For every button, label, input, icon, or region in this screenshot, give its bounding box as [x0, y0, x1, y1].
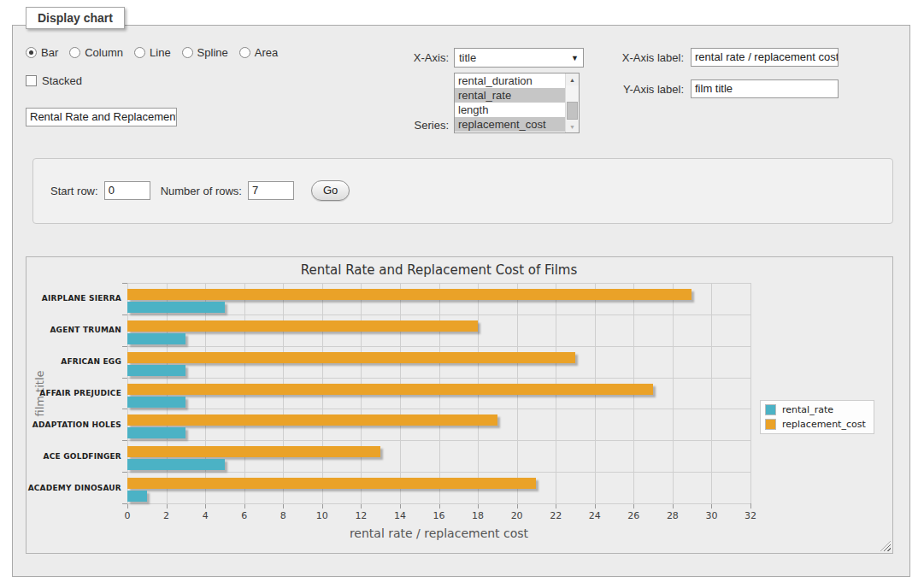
bar-replacement_cost — [127, 414, 497, 426]
y-axis-tick — [122, 315, 127, 315]
legend-entry: rental_rate — [765, 404, 866, 415]
radio-line-label: Line — [150, 46, 171, 59]
x-axis-label-field-label: X-Axis label: — [610, 51, 684, 64]
x-axis-select-label: X-Axis: — [368, 51, 449, 64]
category-label: AIRPLANE SIERRA — [26, 293, 121, 303]
bar-replacement_cost — [127, 289, 692, 300]
bar-rental_rate — [127, 333, 185, 344]
category-label: AFRICAN EGG — [26, 356, 121, 367]
fieldset-legend: Display chart — [26, 7, 125, 29]
legend-entry: replacement_cost — [765, 419, 866, 430]
bar-rental_rate — [127, 459, 225, 470]
series-option-rental-duration[interactable]: rental_duration — [455, 73, 566, 88]
chart-x-axis-title: rental rate / replacement cost — [127, 526, 750, 540]
gridline-horizontal — [127, 409, 750, 409]
y-axis-tick — [122, 503, 127, 504]
x-tick-label: 16 — [424, 510, 455, 521]
x-tick-label: 6 — [229, 510, 260, 521]
bar-replacement_cost — [127, 320, 478, 332]
x-tick-label: 8 — [268, 510, 298, 521]
radio-bar[interactable]: Bar — [26, 46, 58, 59]
y-axis-tick — [122, 378, 127, 379]
radio-button-icon[interactable] — [239, 47, 250, 58]
radio-button-icon[interactable] — [182, 47, 193, 58]
y-axis-tick — [122, 440, 127, 441]
x-tick-label: 28 — [657, 510, 688, 521]
radio-button-icon[interactable] — [26, 47, 37, 58]
chart-title: Rental Rate and Replacement Cost of Film… — [127, 262, 750, 278]
category-label: AFFAIR PREJUDICE — [26, 388, 121, 398]
radio-area-label: Area — [255, 46, 278, 59]
radio-button-icon[interactable] — [134, 47, 145, 58]
y-axis-tick — [122, 346, 127, 347]
gridline-horizontal — [127, 503, 750, 504]
x-tick-label: 4 — [190, 510, 221, 521]
category-label: ACE GOLDFINGER — [26, 451, 121, 461]
bar-replacement_cost — [127, 352, 575, 363]
gridline-horizontal — [127, 315, 750, 315]
plot-area — [127, 283, 750, 503]
bar-rental_rate — [127, 302, 225, 313]
resize-grip-icon[interactable] — [880, 541, 891, 551]
gridline-horizontal — [127, 346, 750, 347]
num-rows-input[interactable]: 7 — [248, 181, 294, 200]
x-tick-label: 26 — [618, 510, 649, 521]
radio-column-label: Column — [85, 46, 123, 59]
gridline-vertical — [750, 283, 751, 503]
y-axis-tick — [122, 409, 127, 409]
gridline-horizontal — [127, 440, 750, 441]
y-axis-tick — [122, 283, 127, 284]
x-axis-tick — [750, 503, 751, 509]
series-option-replacement-cost[interactable]: replacement_cost — [455, 117, 566, 132]
legend-swatch — [765, 419, 776, 430]
y-axis-label-input[interactable]: film title — [691, 79, 839, 98]
radio-button-icon[interactable] — [69, 47, 80, 58]
x-tick-label: 10 — [307, 510, 338, 521]
legend-label: rental_rate — [782, 404, 833, 415]
start-row-input[interactable]: 0 — [104, 181, 150, 200]
gridline-vertical — [711, 283, 712, 503]
bar-replacement_cost — [127, 478, 536, 489]
gridline-horizontal — [127, 378, 750, 379]
y-axis-tick — [122, 472, 127, 473]
go-button[interactable]: Go — [311, 180, 350, 201]
x-tick-label: 24 — [580, 510, 610, 521]
x-axis-label-input[interactable]: rental rate / replacement cost — [691, 48, 839, 67]
scrollbar-thumb[interactable] — [567, 102, 578, 120]
x-tick-label: 30 — [696, 510, 727, 521]
series-listbox[interactable]: rental_duration rental_rate length repla… — [454, 73, 580, 133]
bar-rental_rate — [127, 397, 185, 408]
x-axis-selected-value: title — [459, 51, 571, 64]
chart-title-input[interactable]: Rental Rate and Replacement Cost of Film… — [26, 108, 177, 126]
radio-column[interactable]: Column — [69, 46, 123, 59]
x-axis-select[interactable]: title ▼ — [454, 48, 584, 68]
x-tick-label: 18 — [462, 510, 493, 521]
scroll-up-icon[interactable]: ▲ — [566, 73, 579, 85]
series-select-label: Series: — [368, 119, 449, 132]
category-label: ADAPTATION HOLES — [26, 420, 121, 430]
bar-rental_rate — [127, 491, 147, 502]
listbox-scrollbar[interactable]: ▲ ▼ — [565, 73, 579, 132]
dropdown-arrow-icon: ▼ — [571, 54, 579, 62]
rows-subpanel: Start row: 0 Number of rows: 7 Go — [32, 158, 893, 224]
x-tick-label: 12 — [345, 510, 376, 521]
scroll-down-icon[interactable]: ▼ — [566, 121, 579, 132]
x-tick-label: 14 — [385, 510, 415, 521]
bar-replacement_cost — [127, 384, 653, 395]
x-tick-label: 2 — [151, 510, 182, 521]
category-label: ACADEMY DINOSAUR — [26, 483, 121, 493]
stacked-checkbox[interactable] — [26, 75, 37, 86]
series-option-length[interactable]: length — [455, 103, 566, 117]
gridline-horizontal — [127, 472, 750, 473]
radio-spline[interactable]: Spline — [182, 46, 228, 59]
stacked-label: Stacked — [42, 74, 82, 87]
gridline-vertical — [673, 283, 674, 503]
gridline-horizontal — [127, 283, 750, 284]
stacked-checkbox-row[interactable]: Stacked — [26, 74, 82, 87]
series-option-rental-rate[interactable]: rental_rate — [455, 88, 566, 103]
x-tick-label: 0 — [112, 510, 143, 521]
radio-line[interactable]: Line — [134, 46, 171, 59]
chart-legend: rental_ratereplacement_cost — [760, 400, 874, 434]
radio-area[interactable]: Area — [239, 46, 278, 59]
y-axis-label-field-label: Y-Axis label: — [610, 83, 684, 96]
